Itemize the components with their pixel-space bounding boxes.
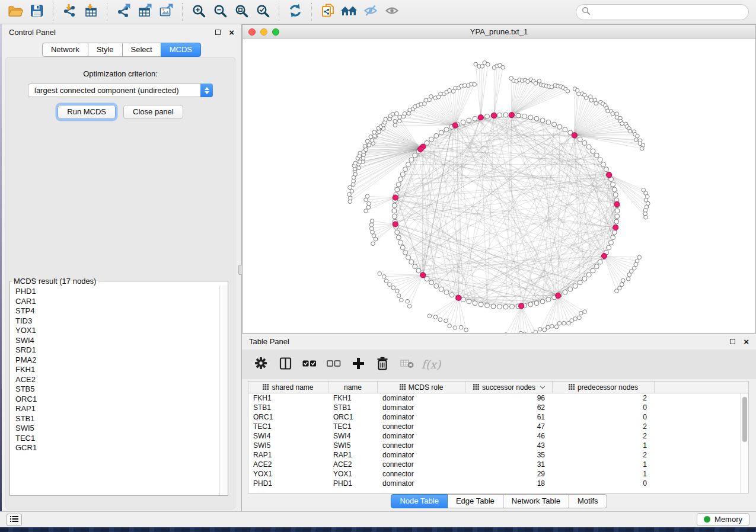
close-panel-button[interactable]: Close panel <box>123 105 183 119</box>
maximize-window-icon[interactable] <box>272 28 279 36</box>
mcds-result-item[interactable]: SWI5 <box>15 424 219 434</box>
cell-shared-name: ORC1 <box>248 413 328 421</box>
mcds-result-item[interactable]: STP4 <box>15 306 219 316</box>
mcds-result-item[interactable]: PHD1 <box>15 287 219 297</box>
export-image-button[interactable] <box>155 2 177 22</box>
cell-shared-name: SWI5 <box>248 441 328 450</box>
column-header-predecessor-nodes[interactable]: predecessor nodes <box>553 382 655 393</box>
tab-mcds[interactable]: MCDS <box>161 43 201 57</box>
deselect-all-button[interactable] <box>327 357 341 371</box>
close-panel-icon[interactable]: × <box>229 28 234 37</box>
table-row[interactable]: TEC1 TEC1 connector 47 2 <box>248 422 740 431</box>
float-window-icon[interactable] <box>730 339 735 344</box>
tab-network[interactable]: Network <box>42 43 88 57</box>
mcds-result-item[interactable]: TID3 <box>15 316 219 326</box>
tab-select[interactable]: Select <box>122 43 161 57</box>
show-columns-button[interactable] <box>278 357 292 371</box>
table-row[interactable]: STB1 STB1 dominator 62 0 <box>248 403 740 412</box>
delete-column-button[interactable] <box>375 357 390 371</box>
column-header-successor-nodes[interactable]: successor nodes <box>465 382 553 393</box>
tab-node-table[interactable]: Node Table <box>391 494 448 508</box>
table-row[interactable]: YOX1 YOX1 connector 29 1 <box>248 469 740 479</box>
tab-motifs[interactable]: Motifs <box>569 494 607 508</box>
table-row[interactable]: PHD1 PHD1 dominator 18 0 <box>248 479 740 488</box>
shared-column-icon <box>569 383 575 392</box>
table-body: FKH1 FKH1 dominator 96 2 STB1 STB1 domin… <box>248 393 740 493</box>
table-row[interactable]: ORC1 ORC1 dominator 61 0 <box>248 412 740 422</box>
function-builder-button[interactable]: f(x) <box>424 357 438 371</box>
toolbar-separator <box>279 3 279 21</box>
refresh-button[interactable] <box>285 2 306 22</box>
create-column-button[interactable] <box>351 357 365 371</box>
import-network-button[interactable] <box>59 2 80 22</box>
hide-selected-button[interactable] <box>360 2 381 22</box>
mcds-result-title: MCDS result (17 nodes) <box>12 277 98 286</box>
zoom-in-button[interactable] <box>188 2 209 22</box>
mcds-result-item[interactable]: SRD1 <box>15 345 219 355</box>
search-input[interactable] <box>594 8 743 17</box>
cell-predecessor-nodes: 0 <box>553 403 655 412</box>
mcds-result-item[interactable]: STB5 <box>15 384 219 395</box>
export-table-button[interactable] <box>134 2 155 22</box>
tab-network-table[interactable]: Network Table <box>503 494 569 508</box>
table-row[interactable]: SWI5 SWI5 connector 43 1 <box>248 441 740 450</box>
mcds-list-scrollbar[interactable] <box>219 286 228 495</box>
mcds-result-item[interactable]: YOX1 <box>15 326 219 336</box>
control-panel-title: Control Panel <box>9 28 56 37</box>
task-history-button[interactable] <box>7 514 22 526</box>
zoom-fit-button[interactable] <box>231 2 252 22</box>
main-toolbar <box>0 0 756 24</box>
clear-table-button[interactable] <box>400 357 414 371</box>
mcds-result-item[interactable]: TEC1 <box>15 434 219 444</box>
cell-successor-nodes: 96 <box>465 394 553 402</box>
column-header-shared-name[interactable]: shared name <box>248 382 328 393</box>
import-table-button[interactable] <box>80 2 101 22</box>
close-window-icon[interactable] <box>248 28 256 36</box>
run-mcds-button[interactable]: Run MCDS <box>58 105 116 119</box>
mcds-result-item[interactable]: GCR1 <box>15 443 219 453</box>
show-all-button[interactable] <box>381 2 403 22</box>
duplicate-network-icon <box>321 4 335 20</box>
cell-shared-name: SWI4 <box>248 432 328 440</box>
tab-edge-table[interactable]: Edge Table <box>447 494 503 508</box>
mcds-result-item[interactable]: SWI4 <box>15 336 219 346</box>
criterion-select[interactable]: largest connected component (undirected) <box>28 84 213 97</box>
mcds-result-item[interactable]: CAR1 <box>15 297 219 307</box>
scrollbar-thumb[interactable] <box>742 397 747 442</box>
first-neighbors-button[interactable] <box>339 2 360 22</box>
zoom-selected-button[interactable] <box>252 2 273 22</box>
minimize-window-icon[interactable] <box>260 28 267 36</box>
memory-button[interactable]: Memory <box>697 513 749 526</box>
table-settings-button[interactable] <box>254 357 268 371</box>
float-window-icon[interactable] <box>215 30 221 35</box>
mcds-result-item[interactable]: PMA2 <box>15 355 219 366</box>
export-network-button[interactable] <box>113 2 134 22</box>
cell-predecessor-nodes: 1 <box>553 470 655 478</box>
network-window-titlebar[interactable]: YPA_prune.txt_1 <box>242 24 756 39</box>
application-window: Control Panel × Network Style Select MCD… <box>0 0 756 532</box>
mcds-result-item[interactable]: RAP1 <box>15 404 219 414</box>
column-header-mcds-role[interactable]: MCDS role <box>378 382 465 393</box>
open-button[interactable] <box>5 2 26 22</box>
select-all-button[interactable] <box>302 357 317 371</box>
network-canvas[interactable] <box>242 39 756 334</box>
table-scrollbar[interactable] <box>740 393 748 493</box>
table-row[interactable]: ACE2 ACE2 connector 31 1 <box>248 460 740 469</box>
table-row[interactable]: RAP1 RAP1 dominator 35 2 <box>248 450 740 460</box>
save-button[interactable] <box>26 2 47 22</box>
tab-style[interactable]: Style <box>88 43 123 57</box>
close-panel-icon[interactable]: × <box>744 337 749 346</box>
mcds-result-item[interactable]: STB1 <box>15 414 219 424</box>
table-row[interactable]: FKH1 FKH1 dominator 96 2 <box>248 393 740 403</box>
mcds-result-item[interactable]: ORC1 <box>15 395 219 405</box>
cell-successor-nodes: 29 <box>465 470 553 478</box>
mcds-result-item[interactable]: FKH1 <box>15 365 219 375</box>
cell-shared-name: TEC1 <box>248 422 328 431</box>
table-row[interactable]: SWI4 SWI4 dominator 46 2 <box>248 431 740 441</box>
cell-name: PHD1 <box>328 479 378 488</box>
import-table-icon <box>84 4 98 20</box>
zoom-out-button[interactable] <box>209 2 231 22</box>
duplicate-network-button[interactable] <box>317 2 339 22</box>
mcds-result-item[interactable]: ACE2 <box>15 375 219 385</box>
column-header-name[interactable]: name <box>328 382 378 393</box>
